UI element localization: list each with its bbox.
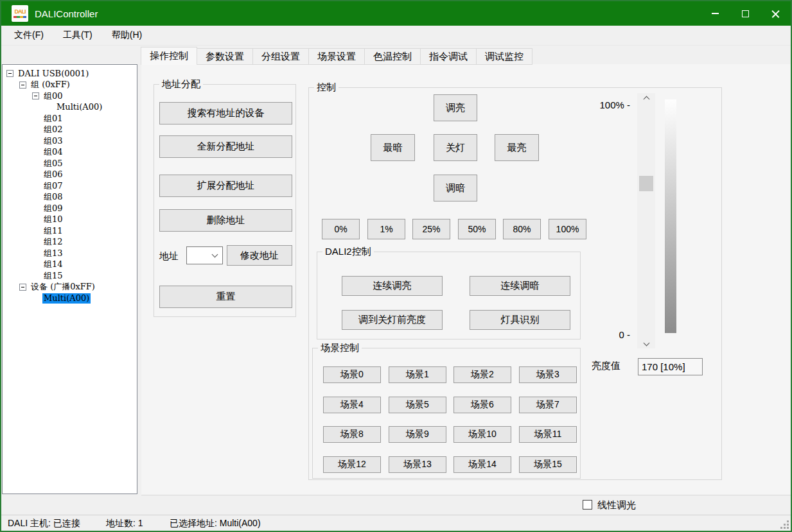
scene-13-button[interactable]: 场景13 xyxy=(389,456,446,473)
device-tree: DALI USB(0001) 组 (0xFF) 组00 Multi(A00) 组… xyxy=(2,64,137,494)
address-combo[interactable] xyxy=(186,246,223,264)
chevron-down-icon xyxy=(643,339,649,346)
delete-address-button[interactable]: 删除地址 xyxy=(159,209,292,232)
tree-spacer xyxy=(32,115,39,122)
tree-node-group10[interactable]: 组10 xyxy=(3,214,137,226)
extend-assign-addresses-button[interactable]: 扩展分配地址 xyxy=(159,175,292,197)
scene-5-button[interactable]: 场景5 xyxy=(389,397,446,413)
tab-command-debug[interactable]: 指令调试 xyxy=(420,48,477,65)
scene-1-button[interactable]: 场景1 xyxy=(389,366,446,383)
scrollbar-thumb[interactable] xyxy=(639,176,653,191)
tab-strip: 操作控制 参数设置 分组设置 场景设置 色温控制 指令调试 调试监控 xyxy=(141,47,532,65)
tree-node-group03[interactable]: 组03 xyxy=(3,135,137,147)
percent-50-button[interactable]: 50% xyxy=(458,219,496,239)
scene-14-button[interactable]: 场景14 xyxy=(453,456,511,473)
percent-25-button[interactable]: 25% xyxy=(412,219,450,239)
scene-10-button[interactable]: 场景10 xyxy=(453,426,511,443)
tree-node-group12[interactable]: 组12 xyxy=(3,237,137,248)
tab-parameter-settings[interactable]: 参数设置 xyxy=(197,48,253,65)
brightness-value-field[interactable]: 170 [10%] xyxy=(638,358,703,375)
scene-8-button[interactable]: 场景8 xyxy=(323,426,381,443)
close-button[interactable] xyxy=(761,1,791,26)
maximize-button[interactable] xyxy=(730,1,761,26)
scene-4-button[interactable]: 场景4 xyxy=(323,397,381,413)
scene-0-button[interactable]: 场景0 xyxy=(323,366,381,383)
tree-node-group07[interactable]: 组07 xyxy=(3,180,137,192)
brightness-value-label: 亮度值 xyxy=(592,360,620,372)
max-brightness-button[interactable]: 最亮 xyxy=(495,134,539,161)
tree-node-group11[interactable]: 组11 xyxy=(3,225,137,237)
control-group: 控制 调亮 最暗 关灯 最亮 调暗 0% 1% 25% 50% 80% 100%… xyxy=(308,87,722,480)
tree-spacer xyxy=(32,160,39,167)
collapse-icon[interactable] xyxy=(19,82,26,89)
tab-grouping-settings[interactable]: 分组设置 xyxy=(252,48,309,65)
chevron-down-icon xyxy=(212,252,218,258)
scene-3-button[interactable]: 场景3 xyxy=(519,366,577,383)
continuous-dim-down-button[interactable]: 连续调暗 xyxy=(470,276,570,296)
dim-down-button[interactable]: 调暗 xyxy=(434,175,477,202)
scene-15-button[interactable]: 场景15 xyxy=(519,456,577,473)
scroll-up-button[interactable] xyxy=(637,93,655,105)
tree-node-group04[interactable]: 组04 xyxy=(3,147,137,159)
scene-6-button[interactable]: 场景6 xyxy=(453,397,511,413)
tree-node-dali-usb[interactable]: DALI USB(0001) xyxy=(3,68,137,80)
scene-7-button[interactable]: 场景7 xyxy=(519,397,577,413)
scale-100-label: 100% - xyxy=(572,99,630,110)
menu-bar: 文件(F) 工具(T) 帮助(H) xyxy=(1,26,791,46)
tree-node-group13[interactable]: 组13 xyxy=(3,248,137,259)
resize-grip[interactable] xyxy=(780,520,789,529)
search-addressed-devices-button[interactable]: 搜索有地址的设备 xyxy=(159,102,292,124)
tree-node-group06[interactable]: 组06 xyxy=(3,169,137,181)
tree-node-group08[interactable]: 组08 xyxy=(3,192,137,203)
tree-node-multi-a00-selected[interactable]: Multi(A00) xyxy=(3,293,137,304)
linear-dimming-label: 线性调光 xyxy=(597,499,636,511)
percent-0-button[interactable]: 0% xyxy=(322,219,360,239)
brightness-scrollbar[interactable] xyxy=(637,93,655,348)
tree-node-multi-a00[interactable]: Multi(A00) xyxy=(3,102,137,114)
min-brightness-button[interactable]: 最暗 xyxy=(371,134,415,161)
tree-node-group02[interactable]: 组02 xyxy=(3,124,137,136)
tab-debug-monitor[interactable]: 调试监控 xyxy=(476,48,532,65)
menu-help[interactable]: 帮助(H) xyxy=(105,27,148,44)
linear-dimming-checkbox[interactable] xyxy=(583,500,592,510)
tree-node-group09[interactable]: 组09 xyxy=(3,203,137,214)
scene-12-button[interactable]: 场景12 xyxy=(323,456,381,473)
tab-operation-control[interactable]: 操作控制 xyxy=(141,47,197,65)
dim-up-button[interactable]: 调亮 xyxy=(434,94,477,121)
tree-node-group05[interactable]: 组05 xyxy=(3,158,137,169)
tab-color-temp-control[interactable]: 色温控制 xyxy=(364,48,421,65)
minimize-button[interactable] xyxy=(700,1,730,26)
percent-100-button[interactable]: 100% xyxy=(549,219,586,239)
collapse-icon[interactable] xyxy=(19,284,26,291)
tree-node-group15[interactable]: 组15 xyxy=(3,270,137,282)
reset-button[interactable]: 重置 xyxy=(159,286,292,308)
menu-tools[interactable]: 工具(T) xyxy=(57,27,99,44)
percent-80-button[interactable]: 80% xyxy=(503,219,541,239)
scene-2-button[interactable]: 场景2 xyxy=(453,366,511,383)
status-bar: DALI 主机: 已连接 地址数: 1 已选择地址: Multi(A00) xyxy=(1,515,791,531)
scale-0-label: 0 - xyxy=(572,329,630,340)
luminaire-identify-button[interactable]: 灯具识别 xyxy=(470,310,570,330)
tree-node-group01[interactable]: 组01 xyxy=(3,113,137,124)
collapse-icon[interactable] xyxy=(32,92,39,99)
recall-last-level-button[interactable]: 调到关灯前亮度 xyxy=(342,310,443,330)
scene-9-button[interactable]: 场景9 xyxy=(389,426,446,443)
tab-scene-settings[interactable]: 场景设置 xyxy=(308,48,365,65)
app-window: DALI DALIController 文件(F) 工具(T) 帮助(H) DA… xyxy=(0,0,792,532)
tree-node-group14[interactable]: 组14 xyxy=(3,259,137,271)
lamp-off-button[interactable]: 关灯 xyxy=(434,134,477,161)
tree-spacer xyxy=(32,182,39,189)
percent-1-button[interactable]: 1% xyxy=(367,219,405,239)
scroll-down-button[interactable] xyxy=(637,337,655,348)
tree-node-device-broadcast[interactable]: 设备 (广播0xFF) xyxy=(3,282,137,293)
continuous-dim-up-button[interactable]: 连续调亮 xyxy=(342,276,443,296)
modify-address-button[interactable]: 修改地址 xyxy=(227,245,292,266)
assign-new-addresses-button[interactable]: 全新分配地址 xyxy=(159,135,292,158)
tree-spacer xyxy=(32,227,39,234)
tree-node-group-root[interactable]: 组 (0xFF) xyxy=(3,80,137,91)
collapse-icon[interactable] xyxy=(6,70,13,77)
menu-file[interactable]: 文件(F) xyxy=(8,27,50,44)
scene-11-button[interactable]: 场景11 xyxy=(519,426,577,443)
tree-node-group00[interactable]: 组00 xyxy=(3,90,137,102)
address-label: 地址 xyxy=(159,250,179,262)
